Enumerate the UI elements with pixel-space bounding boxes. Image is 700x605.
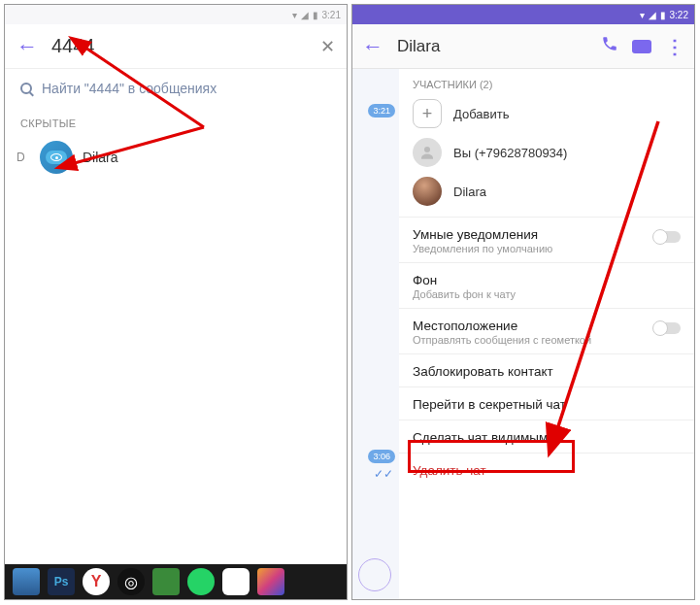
contact-row[interactable]: D Dilara [5,135,347,180]
location-row[interactable]: Местоположение Отправлять сообщения с ге… [399,308,694,353]
delete-chat-row[interactable]: Удалить чат [399,453,694,486]
phone-right: ▾ ◢ ▮ 3:22 ← Dilara ⋮ 3:21 3:06 ✓✓ У [351,4,695,600]
wifi-icon: ▾ [292,10,297,20]
battery-icon: ▮ [660,10,666,20]
participant-name: Dilara [453,185,486,199]
read-checks-icon: ✓✓ [374,467,393,481]
taskbar-icon[interactable] [257,568,284,595]
avatar [413,177,442,206]
plus-icon: + [413,99,442,128]
block-contact-row[interactable]: Заблокировать контакт [399,353,694,387]
wifi-icon: ▾ [640,10,645,20]
video-icon[interactable] [632,40,651,53]
toggle[interactable] [653,322,681,334]
toggle[interactable] [653,231,681,243]
signal-icon: ◢ [301,10,309,20]
add-label: Добавить [453,107,509,121]
msg-time: 3:06 [368,450,395,463]
chat-background-sliver: 3:21 3:06 ✓✓ [352,69,399,599]
participant-row[interactable]: Вы (+79628780934) [399,133,694,172]
phone-left: ▾ ◢ ▮ 3:21 ← 4444 ✕ Найти "4444" в сообщ… [4,4,348,600]
msg-time: 3:21 [368,104,395,118]
app-bar: ← Dilara ⋮ [352,24,694,69]
status-time: 3:21 [322,10,341,20]
call-icon[interactable] [601,35,618,57]
index-letter: D [17,151,30,164]
compose-icon[interactable] [358,558,391,591]
make-visible-row[interactable]: Сделать чат видимым [399,420,694,453]
taskbar-icon[interactable]: ◎ [117,568,145,595]
setting-title: Заблокировать контакт [413,364,553,379]
setting-title: Перейти в секретный чат [413,397,566,412]
setting-title: Фон [413,273,681,287]
setting-title: Удалить чат [413,463,486,478]
taskbar: Ps Y ◎ [5,564,347,599]
contact-avatar [40,141,73,174]
taskbar-whatsapp-icon[interactable] [187,568,215,595]
search-input[interactable]: 4444 [51,35,307,57]
menu-icon[interactable]: ⋮ [665,35,684,58]
search-suggestion[interactable]: Найти "4444" в сообщениях [5,69,347,108]
signal-icon: ◢ [649,10,656,20]
avatar-placeholder-icon [413,138,442,167]
background-row[interactable]: Фон Добавить фон к чату [399,262,694,308]
section-hidden-label: СКРЫТЫЕ [5,108,347,135]
setting-title: Местоположение [413,319,653,333]
search-icon [20,83,32,94]
svg-point-2 [424,147,430,152]
suggestion-text: Найти "4444" в сообщениях [42,81,217,96]
setting-title: Умные уведомления [413,227,653,242]
taskbar-yandex-icon[interactable]: Y [83,568,110,595]
participants-label: УЧАСТНИКИ (2) [399,69,694,94]
secret-chat-row[interactable]: Перейти в секретный чат [399,387,694,420]
clear-icon[interactable]: ✕ [320,36,335,57]
chat-info-panel: УЧАСТНИКИ (2) + Добавить Вы (+7962878093… [399,69,694,599]
setting-subtitle: Уведомления по умолчанию [413,243,653,254]
taskbar-icon[interactable] [13,568,40,595]
add-participant-row[interactable]: + Добавить [399,94,694,133]
taskbar-icon[interactable] [152,568,180,595]
participant-name: Вы (+79628780934) [453,146,567,160]
hidden-eye-icon [46,151,67,164]
participant-row[interactable]: Dilara [399,172,694,211]
taskbar-icon[interactable] [222,568,250,595]
setting-title: Сделать чат видимым [413,430,548,445]
taskbar-ps-icon[interactable]: Ps [48,568,75,595]
statusbar-left: ▾ ◢ ▮ 3:21 [5,5,347,24]
setting-subtitle: Отправлять сообщения с геометкой [413,334,653,346]
statusbar-right: ▾ ◢ ▮ 3:22 [352,5,694,24]
contact-name: Dilara [83,150,118,165]
search-bar: ← 4444 ✕ [5,24,347,69]
back-icon[interactable]: ← [362,34,383,59]
battery-icon: ▮ [313,10,318,20]
back-icon[interactable]: ← [17,34,38,59]
status-time: 3:22 [670,10,688,20]
chat-title: Dilara [397,37,587,56]
smart-notifications-row[interactable]: Умные уведомления Уведомления по умолчан… [399,217,694,262]
setting-subtitle: Добавить фон к чату [413,288,681,300]
